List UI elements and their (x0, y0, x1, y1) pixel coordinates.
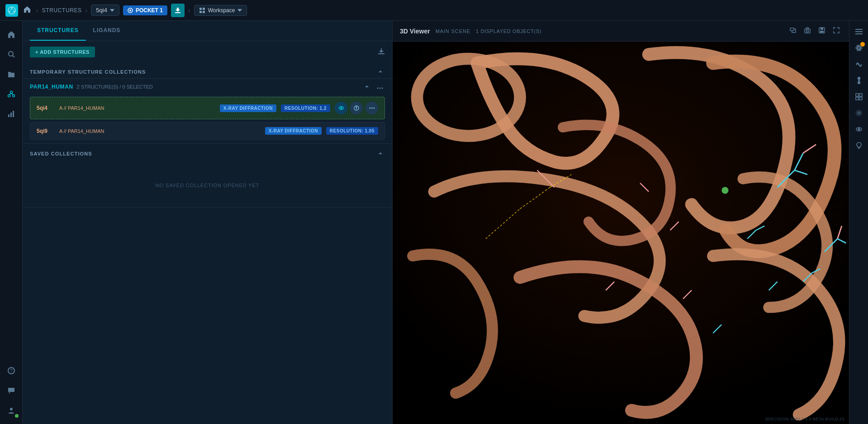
svg-point-17 (12, 95, 14, 97)
info-button-5qi4[interactable] (350, 102, 363, 114)
add-structures-button[interactable]: + ADD STRUCTURES (30, 47, 95, 57)
temp-structure-section-header: TEMPORARY STRUCTURE COLLECTIONS (23, 63, 392, 78)
svg-rect-9 (199, 8, 202, 10)
structure-dropdown[interactable]: 5qi4 (91, 5, 119, 16)
viewer-canvas[interactable]: 3DECISION 2022.1.3.0-BETA BUILD:23 (393, 42, 849, 424)
badge-xray-5qi9: X-RAY DIFFRACTION (265, 127, 322, 135)
svg-rect-43 (820, 31, 824, 33)
panel-content: + ADD STRUCTURES TEMPORARY STRUCTURE COL… (23, 41, 392, 424)
svg-rect-20 (8, 114, 9, 117)
svg-point-16 (8, 95, 10, 97)
svg-point-13 (9, 52, 13, 56)
viewer-title: 3D Viewer (400, 28, 430, 35)
eye-button-5qi4[interactable] (335, 102, 347, 114)
svg-point-1 (11, 7, 13, 9)
sidebar-icon-help[interactable]: ? (3, 363, 19, 379)
viewer-camera-button[interactable] (802, 26, 813, 36)
svg-line-4 (9, 9, 12, 11)
temp-structures-title: TEMPORARY STRUCTURE COLLECTIONS (30, 69, 146, 75)
collection-name: PAR14_HUMAN (30, 84, 73, 90)
badge-resolution-5qi9: RESOLUTION: 1.05 (326, 127, 378, 135)
svg-rect-10 (203, 8, 205, 10)
sidebar-icon-molecule[interactable] (3, 86, 19, 102)
right-eye-button[interactable] (852, 122, 866, 137)
right-grid-button[interactable] (852, 90, 866, 104)
pocket-button[interactable]: POCKET 1 (123, 5, 167, 15)
svg-point-31 (341, 108, 342, 109)
svg-line-19 (11, 94, 14, 95)
right-toolbar (849, 21, 868, 424)
right-atom-button[interactable] (852, 41, 866, 55)
collection-name-area: PAR14_HUMAN 2 STRUCTURE(S) / 0 SELECTED (30, 84, 153, 90)
svg-point-36 (371, 108, 373, 109)
sidebar-icon-chart[interactable] (3, 106, 19, 122)
sidebar-icon-search[interactable] (3, 46, 19, 62)
structure-id-label: 5qi4 (96, 7, 107, 14)
svg-line-5 (12, 9, 14, 11)
structure-id-5qi9: 5qi9 (37, 128, 55, 134)
svg-line-14 (13, 56, 14, 57)
structure-item-5qi9[interactable]: 5qi9 A // PAR14_HUMAN X-RAY DIFFRACTION … (30, 122, 385, 140)
tab-ligands[interactable]: LIGANDS (86, 21, 128, 41)
right-menu-button[interactable] (852, 24, 866, 39)
right-lightbulb-button[interactable] (852, 138, 866, 153)
right-bond-button[interactable] (852, 73, 866, 88)
protein-visualization (393, 42, 849, 424)
collection-header: PAR14_HUMAN 2 STRUCTURE(S) / 0 SELECTED (23, 78, 392, 93)
download-structures-button[interactable] (378, 48, 385, 57)
svg-point-25 (10, 408, 13, 410)
svg-point-28 (379, 88, 381, 89)
svg-rect-22 (13, 111, 14, 117)
add-structures-toolbar: + ADD STRUCTURES (23, 41, 392, 63)
collection-collapse-button[interactable] (362, 82, 371, 91)
breadcrumb-search[interactable]: STRUCTURES (42, 7, 82, 14)
badge-xray-5qi4: X-RAY DIFFRACTION (220, 104, 276, 112)
svg-point-27 (377, 88, 379, 89)
viewer-save-button[interactable] (816, 26, 827, 36)
right-settings-button[interactable] (852, 106, 866, 120)
svg-point-79 (858, 82, 860, 84)
sidebar-icon-home[interactable] (3, 26, 19, 42)
right-helix-button[interactable] (852, 57, 866, 71)
main-area: ? STRUCTURES LIGANDS + ADD STRUCTURES (0, 21, 868, 424)
svg-point-88 (858, 128, 860, 130)
svg-rect-11 (199, 11, 202, 13)
collection-more-button[interactable] (375, 82, 385, 91)
viewer-objects-label: 1 DISPLAYED OBJECT(S) (476, 28, 541, 34)
viewer-panel: 3D Viewer MAIN SCENE 1 DISPLAYED OBJECT(… (393, 21, 849, 424)
svg-point-29 (382, 88, 383, 89)
structure-item-5qi4[interactable]: 5qi4 A // PAR14_HUMAN X-RAY DIFFRACTION … (30, 97, 385, 119)
svg-point-2 (9, 11, 10, 13)
structure-id-5qi4: 5qi4 (37, 105, 55, 111)
download-button[interactable] (171, 4, 185, 17)
sidebar-icon-user[interactable] (3, 402, 19, 419)
viewer-header: 3D Viewer MAIN SCENE 1 DISPLAYED OBJECT(… (393, 21, 849, 42)
workspace-label: Workspace (208, 7, 235, 14)
viewer-fullscreen-button[interactable] (831, 26, 842, 36)
saved-section-title: SAVED COLLECTIONS (30, 151, 92, 156)
sidebar-icon-feedback[interactable] (3, 382, 19, 399)
svg-rect-12 (203, 11, 205, 13)
collapse-saved-button[interactable] (376, 149, 385, 158)
temp-structures-section: TEMPORARY STRUCTURE COLLECTIONS PAR14_HU… (23, 63, 392, 144)
viewer-expand-button[interactable] (787, 26, 798, 36)
more-button-5qi4[interactable] (365, 102, 378, 114)
collapse-temp-button[interactable] (376, 67, 385, 76)
svg-rect-71 (855, 31, 863, 32)
breadcrumb-sep-3: › (188, 7, 190, 14)
svg-point-86 (858, 112, 860, 114)
svg-point-57 (721, 187, 728, 194)
svg-rect-85 (859, 97, 862, 100)
svg-rect-70 (855, 29, 863, 30)
tab-structures[interactable]: STRUCTURES (30, 21, 86, 41)
svg-point-15 (10, 91, 12, 94)
pocket-label: POCKET 1 (136, 7, 163, 14)
sidebar-icon-folder[interactable] (3, 66, 19, 82)
panel-tabs: STRUCTURES LIGANDS (23, 21, 392, 41)
home-nav-icon[interactable] (22, 4, 33, 17)
svg-rect-8 (175, 12, 180, 13)
workspace-button[interactable]: Workspace (194, 5, 247, 16)
structure-list: 5qi4 A // PAR14_HUMAN X-RAY DIFFRACTION … (23, 93, 392, 143)
svg-point-34 (356, 107, 357, 108)
viewer-scene-label: MAIN SCENE (436, 28, 470, 34)
